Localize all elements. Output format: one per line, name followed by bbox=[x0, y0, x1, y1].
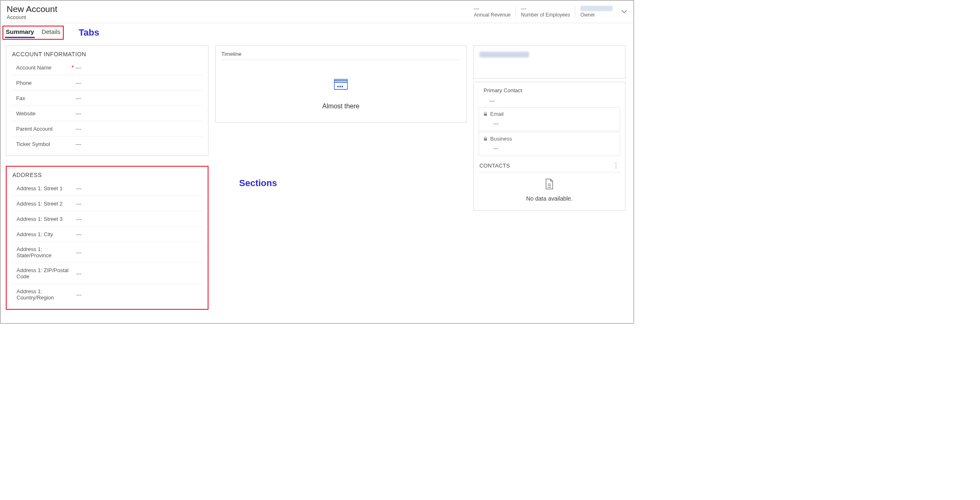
field-value-input[interactable]: --- bbox=[76, 249, 202, 256]
header-field-label: Owner bbox=[580, 12, 613, 18]
field-label: Fax bbox=[12, 95, 68, 101]
annotation-tabs-label: Tabs bbox=[79, 27, 99, 38]
section-address: ADDRESS Address 1: Street 1*---Address 1… bbox=[6, 166, 208, 310]
timeline-folder-icon bbox=[221, 76, 460, 94]
field-label: Address 1: Street 1 bbox=[12, 185, 69, 191]
form-field-row: Address 1: City*--- bbox=[12, 227, 202, 242]
section-title: ACCOUNT INFORMATION bbox=[12, 51, 202, 57]
field-value-input[interactable]: --- bbox=[76, 201, 202, 207]
form-field-row: Website*--- bbox=[12, 106, 202, 121]
form-field-row: Account Name*--- bbox=[12, 60, 202, 75]
header-field-number-of-employees[interactable]: --- Number of Employees bbox=[515, 6, 575, 18]
field-label: Address 1: ZIP/Postal Code bbox=[12, 267, 69, 280]
field-label: Address 1: Street 3 bbox=[12, 216, 69, 222]
header-expand-button[interactable] bbox=[621, 8, 628, 16]
timeline-title: Timeline bbox=[221, 51, 460, 60]
field-value-input[interactable]: --- bbox=[76, 231, 202, 237]
header-field-value: --- bbox=[521, 6, 570, 11]
form-field-row: Parent Account*--- bbox=[12, 121, 202, 136]
tab-summary[interactable]: Summary bbox=[5, 26, 35, 38]
primary-contact-value[interactable]: --- bbox=[479, 98, 620, 104]
reference-panel-header bbox=[473, 45, 625, 79]
svg-rect-2 bbox=[334, 82, 347, 90]
primary-contact-label: Primary Contact bbox=[479, 87, 620, 93]
required-indicator: * bbox=[68, 64, 76, 71]
annotation-sections-label: Sections bbox=[239, 178, 277, 189]
svg-point-3 bbox=[338, 86, 338, 87]
section-title: ADDRESS bbox=[12, 172, 202, 178]
tabs-row: Summary Details Tabs bbox=[1, 23, 633, 40]
locked-field-value: --- bbox=[483, 145, 616, 151]
field-value-input[interactable]: --- bbox=[76, 65, 202, 71]
header-fields: --- Annual Revenue --- Number of Employe… bbox=[469, 6, 628, 18]
form-field-row: Address 1: ZIP/Postal Code*--- bbox=[12, 263, 202, 284]
form-field-row: Address 1: Street 2*--- bbox=[12, 196, 202, 211]
form-field-row: Address 1: Street 3*--- bbox=[12, 211, 202, 227]
locked-field-business: Business --- bbox=[479, 132, 620, 156]
reference-panel-title-redacted bbox=[479, 52, 529, 57]
locked-field-header: Email bbox=[483, 111, 616, 117]
field-value-input[interactable]: --- bbox=[76, 216, 202, 222]
svg-point-4 bbox=[340, 86, 340, 87]
field-label: Address 1: Country/Region bbox=[12, 288, 69, 301]
timeline-body: Almost there bbox=[221, 60, 460, 110]
form-body: ACCOUNT INFORMATION Account Name*---Phon… bbox=[1, 40, 633, 315]
form-field-row: Address 1: Street 1*--- bbox=[12, 181, 202, 196]
field-value-input[interactable]: --- bbox=[76, 110, 202, 117]
header-field-label: Annual Revenue bbox=[474, 12, 511, 18]
contacts-subgrid-body: No data available. bbox=[479, 172, 620, 203]
field-label: Website bbox=[12, 110, 68, 117]
left-column: ACCOUNT INFORMATION Account Name*---Phon… bbox=[6, 45, 208, 310]
contacts-title: CONTACTS bbox=[479, 163, 510, 169]
header-field-label: Number of Employees bbox=[521, 12, 570, 18]
section-account-information: ACCOUNT INFORMATION Account Name*---Phon… bbox=[6, 45, 208, 156]
field-label: Account Name bbox=[12, 65, 68, 71]
form-field-row: Ticker Symbol*--- bbox=[12, 136, 202, 151]
form-field-row: Fax*--- bbox=[12, 91, 202, 106]
field-value-input[interactable]: --- bbox=[76, 141, 202, 147]
locked-field-label: Email bbox=[490, 111, 504, 117]
field-label: Address 1: City bbox=[12, 231, 69, 237]
owner-value-redacted bbox=[580, 6, 613, 11]
form-field-row: Address 1: State/Province*--- bbox=[12, 242, 202, 263]
form-field-row: Address 1: Country/Region*--- bbox=[12, 284, 202, 305]
tab-list: Summary Details bbox=[5, 26, 61, 38]
form-header: New Account Account --- Annual Revenue -… bbox=[1, 1, 633, 23]
field-value-input[interactable]: --- bbox=[76, 270, 202, 277]
account-info-fields: Account Name*---Phone*---Fax*---Website*… bbox=[12, 60, 202, 151]
field-value-input[interactable]: --- bbox=[76, 80, 202, 86]
field-value-input[interactable]: --- bbox=[76, 292, 202, 298]
field-label: Phone bbox=[12, 80, 68, 86]
lock-icon bbox=[483, 112, 488, 116]
document-icon bbox=[479, 178, 620, 191]
section-primary-contact: Primary Contact --- Email --- Business -… bbox=[473, 82, 625, 211]
right-column: Primary Contact --- Email --- Business -… bbox=[473, 45, 625, 211]
header-field-value: --- bbox=[474, 6, 511, 11]
form-field-row: Phone*--- bbox=[12, 75, 202, 91]
locked-field-header: Business bbox=[483, 136, 616, 142]
tab-details[interactable]: Details bbox=[41, 26, 61, 38]
field-label: Address 1: State/Province bbox=[12, 246, 69, 258]
contacts-empty-message: No data available. bbox=[479, 195, 620, 202]
locked-field-label: Business bbox=[490, 136, 512, 142]
address-fields: Address 1: Street 1*---Address 1: Street… bbox=[12, 181, 202, 305]
section-timeline: Timeline Almost there bbox=[215, 45, 467, 123]
field-value-input[interactable]: --- bbox=[76, 95, 202, 101]
field-value-input[interactable]: --- bbox=[76, 185, 202, 191]
entity-name: Account bbox=[7, 14, 58, 20]
timeline-message: Almost there bbox=[221, 103, 460, 110]
locked-field-email: Email --- bbox=[479, 107, 620, 131]
field-label: Address 1: Street 2 bbox=[12, 201, 69, 207]
locked-field-value: --- bbox=[483, 120, 616, 127]
tabs-annotation-box: Summary Details bbox=[2, 26, 64, 40]
field-label: Ticker Symbol bbox=[12, 141, 68, 147]
header-field-owner[interactable]: Owner bbox=[575, 6, 618, 18]
record-title: New Account bbox=[7, 4, 58, 14]
header-field-annual-revenue[interactable]: --- Annual Revenue bbox=[469, 6, 516, 18]
field-value-input[interactable]: --- bbox=[76, 126, 202, 132]
svg-point-5 bbox=[342, 86, 343, 87]
field-label: Parent Account bbox=[12, 126, 68, 132]
lock-icon bbox=[483, 136, 488, 141]
middle-column: Timeline Almost there bbox=[215, 45, 467, 123]
contacts-more-button[interactable]: ⋮ bbox=[613, 162, 619, 170]
